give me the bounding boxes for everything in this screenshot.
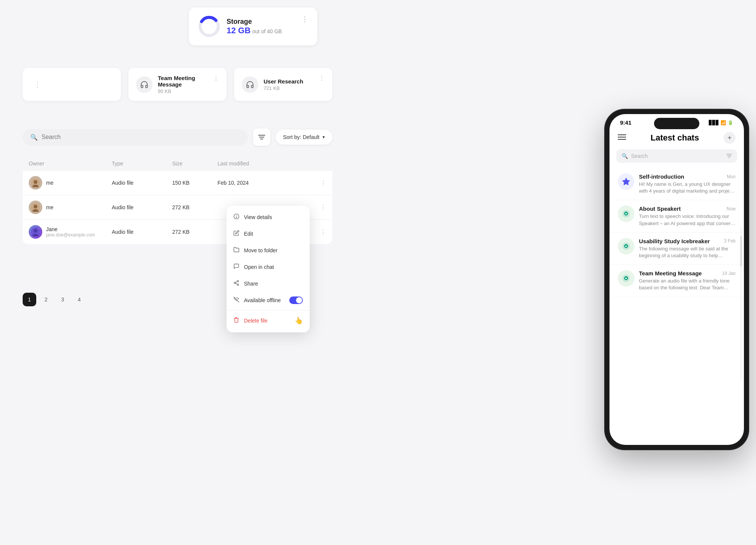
add-chat-button[interactable]: +	[724, 132, 736, 144]
type-3: Audio file	[112, 229, 172, 235]
file-card-user-research[interactable]: User Research 721 KB ⋮	[234, 68, 332, 101]
size-1: 150 KB	[172, 180, 218, 186]
date-cell-1: Feb 10, 2024 ⋮	[218, 179, 326, 187]
menu-divider	[227, 310, 310, 310]
folder-icon	[233, 247, 239, 254]
storage-donut-chart	[198, 15, 221, 38]
file-card-team-menu[interactable]: ⋮	[213, 75, 219, 82]
svg-point-19	[237, 284, 239, 286]
sort-button[interactable]: Sort by: Default ▾	[276, 130, 333, 145]
signal-icon: ▊▊▊	[709, 120, 719, 125]
menu-label-view-details: View details	[244, 214, 272, 220]
scrollbar-thumb[interactable]	[741, 236, 742, 266]
row-menu-3[interactable]: ⋮	[320, 228, 326, 236]
phone-search-placeholder: Search	[631, 153, 724, 159]
chat-name-usability: Usability Study Icebreaker	[639, 238, 710, 244]
phone-header: Latest chats +	[609, 129, 744, 149]
chat-item-team-meeting[interactable]: Team Meeting Message 19 Jan Generate an …	[611, 265, 742, 297]
chat-icon	[233, 263, 239, 271]
offline-icon	[233, 296, 239, 304]
chat-item-self-intro[interactable]: Self-introduction Mon Hi! My name is Ger…	[611, 168, 742, 200]
menu-item-delete[interactable]: Delete file 👆	[227, 312, 310, 329]
chat-item-speakert[interactable]: About Speakert Now Turn text to speech v…	[611, 200, 742, 232]
chat-name-team-meeting: Team Meeting Message	[639, 270, 702, 276]
menu-item-available-offline[interactable]: Available offline	[227, 292, 310, 309]
owner-name-2: me	[46, 204, 53, 210]
file-card-team-meeting[interactable]: Team Meeting Message 90 KB ⋮	[128, 68, 227, 101]
menu-label-open-chat: Open in chat	[244, 264, 274, 270]
svg-point-35	[625, 278, 627, 279]
file-icon-research	[242, 76, 258, 93]
size-3: 272 KB	[172, 229, 218, 235]
row-menu-2[interactable]: ⋮	[320, 204, 326, 211]
file-icon-team	[136, 76, 153, 93]
phone-search-box[interactable]: 🔍 Search	[616, 149, 737, 163]
col-size: Size	[172, 161, 218, 167]
avatar-3	[29, 225, 42, 239]
size-2: 272 KB	[172, 204, 218, 210]
cursor-icon: 👆	[295, 317, 303, 325]
storage-title: Storage	[227, 18, 295, 26]
svg-point-6	[34, 180, 37, 184]
chat-info-team-meeting: Team Meeting Message 19 Jan Generate an …	[639, 270, 736, 291]
file-card-partial: ⋮	[23, 68, 121, 101]
chat-avatar-usability	[618, 238, 634, 255]
phone-filter-icon	[727, 153, 732, 159]
phone-notch	[654, 118, 699, 129]
chat-top-team-meeting: Team Meeting Message 19 Jan	[639, 270, 736, 276]
chat-list: Self-introduction Mon Hi! My name is Ger…	[609, 168, 744, 297]
filter-button[interactable]	[253, 128, 270, 146]
chat-item-usability[interactable]: Usability Study Icebreaker 3 Feb The fol…	[611, 233, 742, 265]
avatar-2	[29, 201, 42, 214]
sort-label: Sort by: Default	[283, 134, 320, 140]
menu-item-open-in-chat[interactable]: Open in chat	[227, 259, 310, 275]
partial-menu-icon: ⋮	[34, 80, 41, 89]
search-icon: 🔍	[30, 134, 38, 141]
chat-time-self-intro: Mon	[727, 174, 736, 179]
menu-item-share[interactable]: Share	[227, 275, 310, 292]
status-icons: ▊▊▊ 📶 🔋	[709, 120, 733, 125]
storage-menu-button[interactable]: ⋮	[301, 15, 308, 23]
search-input[interactable]	[42, 134, 240, 140]
type-2: Audio file	[112, 204, 172, 210]
storage-out-of: out of 40 GB	[252, 28, 282, 34]
owner-email-3: jane.doe@example.com	[46, 232, 95, 238]
delete-icon	[233, 317, 239, 324]
phone-frame: 9:41 ▊▊▊ 📶 🔋 Latest chats +	[605, 110, 748, 449]
battery-icon: 🔋	[728, 120, 733, 125]
offline-toggle[interactable]	[289, 296, 303, 304]
share-icon	[233, 280, 239, 287]
svg-line-21	[236, 281, 238, 283]
type-1: Audio file	[112, 180, 172, 186]
svg-marker-29	[622, 178, 630, 185]
chat-preview-speakert: Turn text to speech voice: Introducing o…	[639, 213, 736, 227]
file-card-team-info: Team Meeting Message 90 KB	[158, 75, 208, 94]
table-row[interactable]: me Audio file 150 KB Feb 10, 2024 ⋮	[23, 170, 332, 195]
owner-cell-2: me	[29, 201, 112, 214]
file-card-research-name: User Research	[264, 78, 313, 85]
col-modified: Last modified	[218, 161, 326, 167]
file-card-research-size: 721 KB	[264, 85, 313, 91]
menu-item-view-details[interactable]: View details	[227, 209, 310, 225]
phone-title: Latest chats	[651, 133, 699, 143]
wifi-icon: 📶	[721, 120, 726, 125]
chat-avatar-team-meeting	[618, 270, 634, 287]
chat-time-speakert: Now	[727, 206, 736, 212]
menu-item-edit[interactable]: Edit	[227, 225, 310, 242]
chat-preview-self-intro: Hi! My name is Geri, a young UX designer…	[639, 181, 736, 195]
file-card-research-menu[interactable]: ⋮	[319, 75, 325, 82]
table-header: Owner Type Size Last modified	[23, 157, 332, 170]
col-type: Type	[112, 161, 172, 167]
search-box[interactable]: 🔍	[23, 129, 248, 145]
menu-item-move-to-folder[interactable]: Move to folder	[227, 242, 310, 259]
phone-screen: 9:41 ▊▊▊ 📶 🔋 Latest chats +	[609, 114, 744, 445]
page-btn-1[interactable]: 1	[23, 293, 36, 306]
view-details-icon	[233, 213, 239, 221]
page-btn-2[interactable]: 2	[39, 293, 53, 306]
chat-avatar-speakert	[618, 205, 634, 222]
chat-avatar-self-intro	[618, 173, 634, 190]
row-menu-1[interactable]: ⋮	[320, 179, 326, 187]
page-btn-3[interactable]: 3	[56, 293, 69, 306]
hamburger-menu-button[interactable]	[618, 134, 626, 142]
page-btn-4[interactable]: 4	[73, 293, 86, 306]
